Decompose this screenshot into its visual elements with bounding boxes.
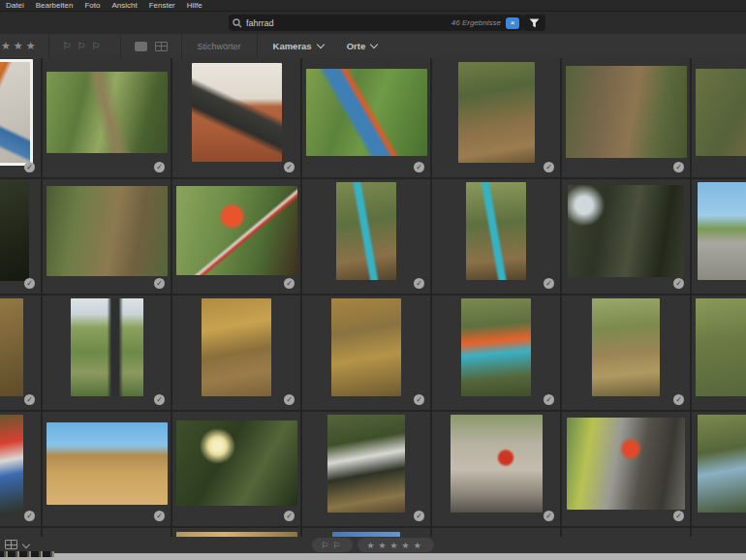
app-window: DateiBearbeitenFotoAnsichtFensterHilfe f… <box>0 0 746 560</box>
photo-thumbnail[interactable] <box>466 182 526 280</box>
photo-grid-inner: ✓✓✓✓✓✓✓✓✓✓✓✓✓✓✓✓✓✓✓✓✓✓✓✓✓✓✓✓ <box>0 58 746 553</box>
search-results-count: 46 Ergebnisse <box>451 18 501 27</box>
photo-cell[interactable]: ✓ <box>0 58 41 177</box>
sync-badge: ✓ <box>154 162 165 172</box>
photo-thumbnail[interactable] <box>451 415 543 513</box>
photo-cell[interactable]: ✓ <box>562 412 690 526</box>
sync-badge: ✓ <box>673 511 684 521</box>
star-rating-control[interactable]: ★★★★★ <box>357 538 433 552</box>
photo-cell[interactable]: ✓ <box>562 296 690 410</box>
photo-thumbnail[interactable] <box>592 298 660 396</box>
photo-thumbnail[interactable] <box>176 186 297 275</box>
photo-thumbnail[interactable] <box>306 69 427 156</box>
photo-thumbnail[interactable] <box>327 415 405 513</box>
photo-thumbnail[interactable] <box>568 185 684 277</box>
menu-item-ansicht[interactable]: Ansicht <box>106 1 142 10</box>
photo-cell[interactable]: ✓ <box>432 58 560 177</box>
photo-cell[interactable]: ✓ <box>692 179 746 294</box>
clear-search-button[interactable]: × <box>506 17 519 29</box>
photo-thumbnail[interactable] <box>336 182 396 280</box>
photo-cell[interactable]: ✓ <box>692 296 746 410</box>
places-label[interactable]: Orte <box>347 41 366 51</box>
photo-cell[interactable]: ✓ <box>302 179 430 294</box>
photo-thumbnail[interactable] <box>461 298 531 396</box>
photo-cell[interactable]: ✓ <box>302 296 430 410</box>
flag-icons[interactable]: ⚐⚐⚐ <box>63 41 107 51</box>
menu-item-bearbeiten[interactable]: Bearbeiten <box>30 1 79 10</box>
photo-thumbnail[interactable] <box>47 72 168 153</box>
photo-thumbnail[interactable] <box>192 63 282 162</box>
flag-rating-control[interactable]: ⚐⚐ <box>312 538 353 552</box>
rating-filter[interactable]: ★★★ <box>0 34 49 58</box>
grid-icon[interactable] <box>155 42 168 51</box>
rating-pills: ⚐⚐ ★★★★★ <box>0 538 746 552</box>
photo-cell[interactable]: ✓ <box>302 412 430 526</box>
flag-icons[interactable]: ⚐⚐ <box>321 541 344 550</box>
flag-filter[interactable]: ⚐⚐⚐ <box>49 34 121 58</box>
media-type-filter[interactable] <box>121 34 182 58</box>
photo-cell[interactable]: ✓ <box>172 296 300 410</box>
photo-cell[interactable]: ✓ <box>432 412 560 526</box>
search-query-text: fahrrad <box>246 18 274 28</box>
photo-cell[interactable]: ✓ <box>432 179 560 294</box>
photo-cell[interactable]: ✓ <box>43 58 171 177</box>
photo-cell[interactable]: ✓ <box>432 296 560 410</box>
sync-badge: ✓ <box>673 162 684 172</box>
photo-cell[interactable]: ✓ <box>302 58 430 177</box>
places-dropdown[interactable]: Orte <box>335 34 389 58</box>
photo-cell[interactable]: ✓ <box>562 179 690 294</box>
search-input[interactable]: fahrrad 46 Ergebnisse × <box>229 15 523 31</box>
keywords-label[interactable]: Stichwörter <box>198 42 241 51</box>
photo-cell[interactable]: ✓ <box>692 58 746 177</box>
filter-funnel-button[interactable] <box>523 15 545 31</box>
photo-thumbnail[interactable] <box>331 298 401 396</box>
sync-badge: ✓ <box>544 278 554 289</box>
star-rating-icons[interactable]: ★★★ <box>1 40 39 52</box>
photo-thumbnail[interactable] <box>0 298 23 396</box>
star-rating-icons[interactable]: ★★★★★ <box>366 541 424 550</box>
cameras-dropdown[interactable]: Kameras <box>258 34 335 58</box>
sync-badge: ✓ <box>154 511 165 521</box>
cameras-label[interactable]: Kameras <box>273 41 312 51</box>
sync-badge: ✓ <box>284 162 295 172</box>
photo-cell[interactable]: ✓ <box>0 412 41 526</box>
photo-thumbnail[interactable] <box>0 59 33 166</box>
photo-icon[interactable] <box>135 42 147 51</box>
photo-thumbnail[interactable] <box>71 298 143 396</box>
photo-thumbnail[interactable] <box>566 66 687 158</box>
photo-thumbnail[interactable] <box>458 62 535 163</box>
menu-item-fenster[interactable]: Fenster <box>143 1 181 10</box>
photo-cell[interactable]: ✓ <box>43 296 171 410</box>
sync-badge: ✓ <box>24 511 35 521</box>
photo-thumbnail[interactable] <box>698 415 746 513</box>
photo-cell[interactable]: ✓ <box>43 412 171 526</box>
menu-item-hilfe[interactable]: Hilfe <box>181 1 208 10</box>
photo-cell[interactable]: ✓ <box>172 412 300 526</box>
photo-thumbnail[interactable] <box>696 298 746 396</box>
sync-badge: ✓ <box>414 162 424 172</box>
photo-thumbnail[interactable] <box>567 418 685 510</box>
photo-cell[interactable]: ✓ <box>0 179 41 294</box>
photo-thumbnail[interactable] <box>202 298 271 396</box>
photo-cell[interactable]: ✓ <box>172 58 300 177</box>
photo-cell[interactable]: ✓ <box>172 179 300 294</box>
keywords-filter[interactable]: Stichwörter <box>182 34 258 58</box>
sync-badge: ✓ <box>673 278 684 289</box>
photo-thumbnail[interactable] <box>47 422 168 505</box>
photo-thumbnail[interactable] <box>698 182 746 280</box>
photo-thumbnail[interactable] <box>696 69 746 156</box>
sync-badge: ✓ <box>544 162 554 172</box>
sync-badge: ✓ <box>24 394 35 405</box>
photo-thumbnail[interactable] <box>176 420 297 506</box>
photo-cell[interactable]: ✓ <box>692 412 746 526</box>
sync-badge: ✓ <box>544 511 554 521</box>
menu-item-foto[interactable]: Foto <box>78 1 106 10</box>
menu-item-datei[interactable]: Datei <box>0 1 30 10</box>
photo-cell[interactable]: ✓ <box>0 296 41 410</box>
photo-cell[interactable]: ✓ <box>562 58 690 177</box>
photo-thumbnail[interactable] <box>0 180 29 281</box>
photo-thumbnail[interactable] <box>0 415 23 513</box>
photo-thumbnail[interactable] <box>47 186 168 276</box>
photo-cell[interactable]: ✓ <box>43 179 171 294</box>
sync-badge: ✓ <box>414 278 424 289</box>
